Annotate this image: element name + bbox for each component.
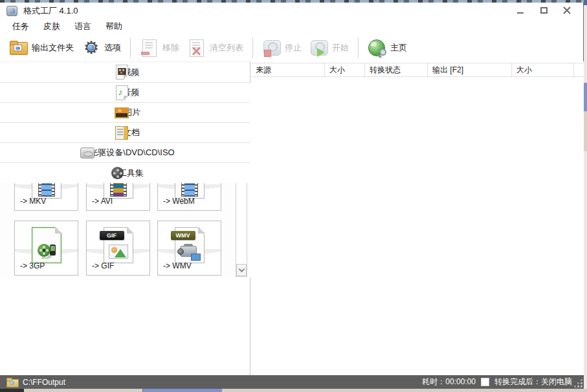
output-folder-icon: [9, 39, 28, 57]
task-list-panel: 来源 大小 转换状态 输出 [F2] 大小: [251, 61, 584, 378]
statusbar: C:\FFOutput 耗时：00:00:00 转换完成后：关闭电脑: [0, 375, 584, 389]
column-source[interactable]: 来源: [251, 63, 325, 78]
tile-wmv[interactable]: WMV -> WMV: [157, 221, 221, 276]
category-audio[interactable]: ♪ 音频: [0, 83, 250, 103]
app-icon: [6, 6, 17, 16]
minimize-button[interactable]: [513, 4, 527, 17]
elapsed-time: 耗时：00:00:00: [422, 376, 476, 387]
menubar: 任务 皮肤 语言 帮助: [0, 19, 583, 34]
stop-button[interactable]: 停止: [258, 37, 305, 59]
clear-list-label: 清空列表: [210, 42, 243, 54]
category-optical-disc[interactable]: 光驱设备\DVD\CD\ISO: [0, 143, 250, 163]
window-controls: [513, 4, 574, 17]
background-window-edge-right: [584, 0, 587, 392]
close-icon: [563, 6, 571, 14]
output-folder-label: 输出文件夹: [32, 42, 74, 54]
column-output-size[interactable]: 大小: [512, 63, 574, 78]
output-path-folder-icon: [6, 378, 18, 386]
tile-label: -> AVI: [92, 197, 113, 206]
shutdown-after-label: 转换完成后：关闭电脑: [494, 376, 572, 387]
stop-label: 停止: [285, 42, 302, 54]
gear-icon: ⚙: [82, 39, 101, 57]
3gp-file-icon: 3GP: [32, 227, 61, 263]
menu-language[interactable]: 语言: [67, 19, 98, 34]
scroll-down-button[interactable]: [236, 264, 247, 276]
tile-label: -> MKV: [20, 197, 46, 206]
start-label: 开始: [332, 42, 349, 54]
stop-icon: [262, 39, 282, 57]
tile-label: -> WMV: [163, 261, 192, 270]
home-button[interactable]: 主页: [364, 37, 411, 59]
maximize-icon: [540, 7, 548, 14]
clear-list-button[interactable]: 清空列表: [183, 37, 247, 59]
output-path: C:\FFOutput: [23, 378, 65, 387]
column-size[interactable]: 大小: [325, 63, 365, 78]
start-button[interactable]: 开始: [305, 37, 353, 59]
task-list-header: 来源 大小 转换状态 输出 [F2] 大小: [251, 63, 584, 77]
app-window: 格式工厂 4.1.0 任务 皮肤 语言 帮助 输出文件夹 ⚙ 选项: [0, 3, 584, 389]
remove-label: 移除: [162, 42, 179, 54]
main-area: 视频 -> 移动设备 MP4: [0, 61, 584, 378]
menu-skin[interactable]: 皮肤: [36, 19, 67, 34]
remove-icon: [140, 39, 159, 57]
column-output[interactable]: 输出 [F2]: [428, 63, 512, 78]
category-picture[interactable]: 图片: [0, 103, 250, 123]
document-category-icon: [115, 126, 128, 140]
chevron-down-icon: [238, 266, 245, 272]
resize-grip[interactable]: [575, 380, 582, 387]
toolset-category-icon: [111, 167, 124, 179]
remove-button[interactable]: 移除: [136, 37, 183, 59]
video-category-icon: [116, 65, 128, 80]
window-title: 格式工厂 4.1.0: [23, 5, 78, 17]
format-factory-window: 格式工厂 4.1.0 任务 皮肤 语言 帮助 输出文件夹 ⚙ 选项: [0, 0, 587, 392]
options-label: 选项: [104, 42, 121, 54]
menu-help[interactable]: 帮助: [98, 19, 129, 34]
tile-gif[interactable]: GIF -> GIF: [86, 221, 150, 276]
category-toolset[interactable]: 工具集: [0, 163, 250, 183]
tile-label: -> 3GP: [20, 261, 45, 270]
titlebar: 格式工厂 4.1.0: [0, 3, 583, 19]
close-button[interactable]: [560, 4, 574, 17]
home-globe-icon: [368, 39, 387, 57]
minimize-icon: [517, 12, 524, 14]
task-list-empty-area[interactable]: [251, 77, 584, 378]
home-label: 主页: [390, 42, 407, 54]
output-folder-button[interactable]: 输出文件夹: [5, 37, 78, 59]
category-video[interactable]: 视频: [0, 61, 250, 83]
left-panel: 视频 -> 移动设备 MP4: [0, 61, 250, 378]
tile-3gp[interactable]: 3GP -> 3GP: [14, 221, 78, 276]
toolbar-separator: [130, 38, 131, 58]
tile-label: -> WebM: [163, 197, 195, 206]
optical-drive-category-icon: [80, 147, 94, 158]
toolbar-separator: [358, 38, 359, 58]
shutdown-checkbox[interactable]: [481, 378, 489, 386]
column-convert-state[interactable]: 转换状态: [365, 63, 428, 78]
column-filler: [574, 63, 584, 78]
wmv-file-icon: WMV: [175, 227, 205, 263]
toolbar: 输出文件夹 ⚙ 选项 移除 清空列表 停止 开始: [0, 34, 583, 61]
tile-label: -> GIF: [92, 261, 114, 270]
category-document[interactable]: 文档: [0, 123, 250, 143]
taskbar-sliver: [0, 389, 587, 392]
menu-task[interactable]: 任务: [5, 19, 36, 34]
picture-category-icon: [115, 107, 129, 118]
optical-category-label: 光驱设备\DVD\CD\ISO: [89, 147, 174, 158]
maximize-button[interactable]: [537, 4, 551, 17]
toolbar-separator: [252, 38, 253, 58]
audio-category-icon: ♪: [116, 85, 128, 100]
options-button[interactable]: ⚙ 选项: [78, 37, 125, 59]
clear-list-icon: [187, 39, 206, 57]
start-icon: [309, 39, 329, 57]
gif-file-icon: GIF: [104, 227, 133, 263]
